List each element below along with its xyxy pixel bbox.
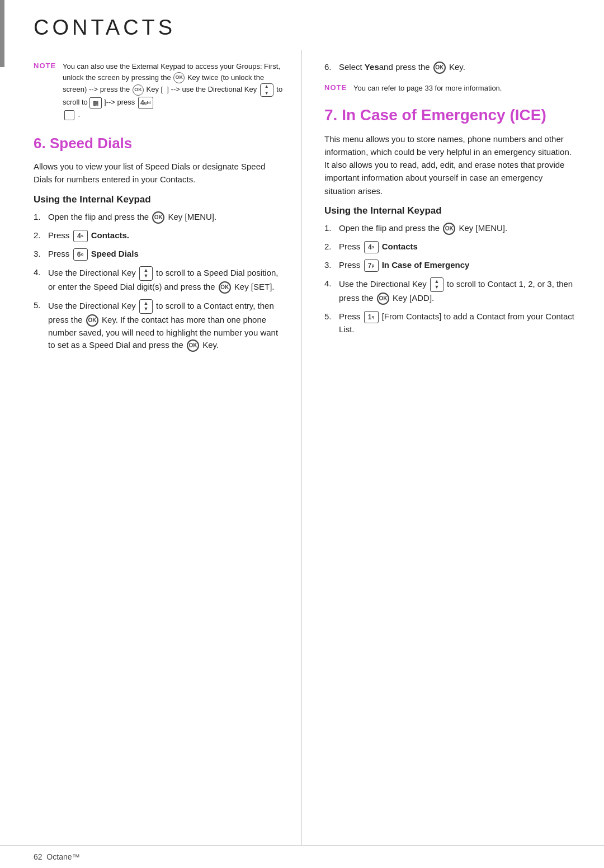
step6-2-content: Press 4s Contacts. <box>48 229 285 242</box>
step7-3: 3. Press 7p In Case of Emergency <box>324 259 576 272</box>
note-block-1: NOTE You can also use the External Keypa… <box>34 61 285 121</box>
step-right-6-num: 6. <box>324 61 339 74</box>
section7-body: This menu allows you to store names, pho… <box>324 133 576 197</box>
ok-icon-note2: OK <box>133 84 144 96</box>
step6-3-content: Press 6o Speed Dials <box>48 248 285 261</box>
ok-key-s7-1: OK <box>443 223 455 235</box>
num-key-1q: 1q <box>364 311 379 323</box>
page: CONTACTS NOTE You can also use the Exter… <box>0 0 604 868</box>
section7-steps: 1. Open the flip and press the OK Key [M… <box>324 222 576 336</box>
step7-5-content: Press 1q [From Contacts] to add a Contac… <box>339 310 576 336</box>
note-label-1: NOTE <box>34 62 63 121</box>
step6-3-num: 3. <box>34 248 48 261</box>
content-area: NOTE You can also use the External Keypa… <box>0 50 604 845</box>
ok-key-s6-1: OK <box>152 211 164 224</box>
note-label-2: NOTE <box>324 83 353 94</box>
step7-4: 4. Use the Directional Key ▲▼ to scroll … <box>324 277 576 305</box>
step6-3: 3. Press 6o Speed Dials <box>34 248 285 261</box>
step6-2: 2. Press 4s Contacts. <box>34 229 285 242</box>
step6-1-num: 1. <box>34 211 48 224</box>
num-key-7p: 7p <box>364 260 379 272</box>
section6-steps: 1. Open the flip and press the OK Key [M… <box>34 211 285 352</box>
section6-body: Allows you to view your list of Speed Di… <box>34 160 285 186</box>
updown-key-s6-5: ▲▼ <box>139 299 153 314</box>
step6-1-content: Open the flip and press the OK Key [MENU… <box>48 211 285 224</box>
step6-4-num: 4. <box>34 266 48 279</box>
step7-4-content: Use the Directional Key ▲▼ to scroll to … <box>339 277 576 305</box>
step6-2-num: 2. <box>34 229 48 242</box>
accent-bar <box>0 0 4 67</box>
step6-1: 1. Open the flip and press the OK Key [M… <box>34 211 285 224</box>
ok-icon-note1: OK <box>173 72 185 83</box>
ok-key-s6-5b: OK <box>187 339 199 352</box>
num-key-4s-r: 4s <box>364 241 379 253</box>
ok-key-s7-4: OK <box>377 293 389 305</box>
section7-subsection: Using the Internal Keypad <box>324 205 576 216</box>
section6-heading: 6. Speed Dials <box>34 135 285 152</box>
dir-key-note: ▲▼ <box>260 83 273 97</box>
step7-5-num: 5. <box>324 310 339 323</box>
footer-text: 62 Octane™ <box>34 852 80 861</box>
note-text-1: You can also use the External Keypad to … <box>63 61 285 121</box>
step6-5-content: Use the Directional Key ▲▼ to scroll to … <box>48 299 285 352</box>
ok-key-s6-5: OK <box>86 314 98 327</box>
note-block-2: NOTE You can refer to page 33 for more i… <box>324 83 576 94</box>
step6-4-content: Use the Directional Key ▲▼ to scroll to … <box>48 266 285 294</box>
step6-5-num: 5. <box>34 299 48 312</box>
step7-4-num: 4. <box>324 277 339 290</box>
ok-key-s6-4: OK <box>219 281 231 294</box>
step7-1-num: 1. <box>324 222 339 235</box>
num-key-6o: 6o <box>73 248 88 261</box>
step-right-6: 6. Select Yesand press the OK Key. <box>324 61 576 74</box>
num-key-4s: 4s <box>73 230 88 242</box>
step7-3-num: 3. <box>324 259 339 272</box>
page-title: CONTACTS <box>34 16 570 40</box>
step7-1-content: Open the flip and press the OK Key [MENU… <box>339 222 576 235</box>
updown-key-s6-4: ▲▼ <box>139 266 153 281</box>
updown-key-s7-4: ▲▼ <box>430 277 443 292</box>
ok-key-r6: OK <box>433 62 446 74</box>
step-right-6-content: Select Yesand press the OK Key. <box>339 61 576 74</box>
section6-subsection: Using the Internal Keypad <box>34 194 285 205</box>
step6-4: 4. Use the Directional Key ▲▼ to scroll … <box>34 266 285 294</box>
step7-2-content: Press 4s Contacts <box>339 240 576 253</box>
step7-3-content: Press 7p In Case of Emergency <box>339 259 576 272</box>
left-column: NOTE You can also use the External Keypa… <box>0 50 302 845</box>
note-text-2: You can refer to page 33 for more inform… <box>353 83 502 94</box>
page-footer: 62 Octane™ <box>0 845 604 868</box>
step7-2: 2. Press 4s Contacts <box>324 240 576 253</box>
step7-2-num: 2. <box>324 240 339 253</box>
step6-5: 5. Use the Directional Key ▲▼ to scroll … <box>34 299 285 352</box>
step7-1: 1. Open the flip and press the OK Key [M… <box>324 222 576 235</box>
section7-heading: 7. In Case of Emergency (ICE) <box>324 105 576 125</box>
right-column: 6. Select Yesand press the OK Key. NOTE … <box>302 50 604 845</box>
page-header: CONTACTS <box>0 0 604 50</box>
num-key-4ghi: 4ghi <box>138 97 153 109</box>
step7-5: 5. Press 1q [From Contacts] to add a Con… <box>324 310 576 336</box>
